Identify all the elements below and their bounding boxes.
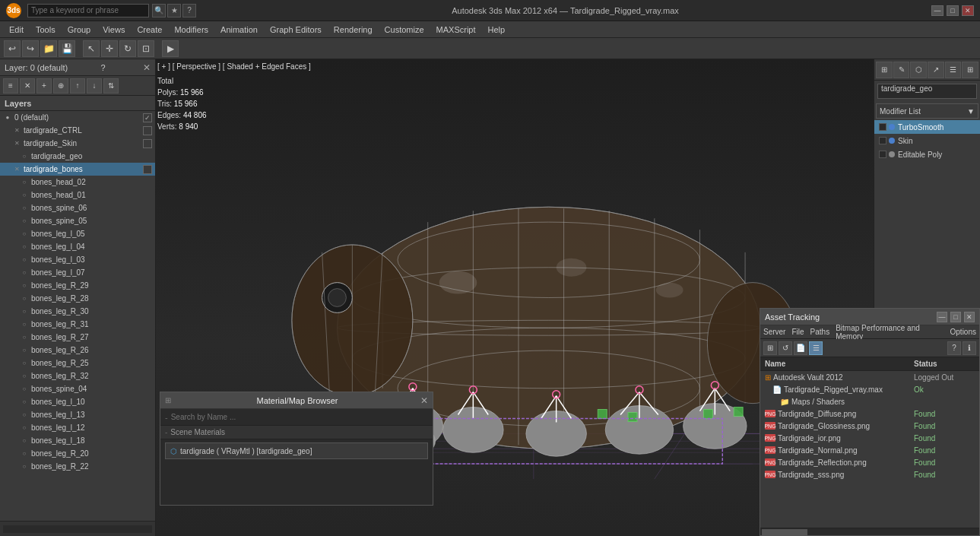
layer-item-24[interactable]: ○bones_leg_l_12 <box>0 421 155 434</box>
layer-checkbox-4[interactable] <box>143 165 152 174</box>
toolbar-btn-scale[interactable]: ⊡ <box>138 40 154 57</box>
at-menu-file[interactable]: File <box>791 328 804 336</box>
at-tool-btn1[interactable]: ⊞ <box>763 341 777 355</box>
mb-search-input[interactable] <box>171 413 428 421</box>
at-tool-btn2[interactable]: ↺ <box>779 341 792 355</box>
layers-list[interactable]: ●0 (default)✓✕tardigrade_CTRL✕tardigrade… <box>0 111 155 521</box>
layer-item-20[interactable]: ○bones_leg_R_32 <box>0 369 155 382</box>
menu-item-graph-editors[interactable]: Graph Editors <box>264 24 328 36</box>
menu-item-views[interactable]: Views <box>97 24 131 36</box>
mod-toolbar-btn5[interactable]: ☰ <box>945 62 962 78</box>
maximize-button[interactable]: □ <box>947 5 959 16</box>
layer-item-17[interactable]: ○bones_leg_R_27 <box>0 331 155 344</box>
layer-item-1[interactable]: ✕tardigrade_CTRL <box>0 124 155 137</box>
at-maximize[interactable]: □ <box>950 312 961 322</box>
mod-toolbar-btn6[interactable]: ⊞ <box>962 62 978 78</box>
object-name-field[interactable]: tardigrade_geo <box>877 84 977 99</box>
layer-item-2[interactable]: ✕tardigrade_Skin <box>0 137 155 150</box>
at-item-8[interactable]: PNGTardigrade_sss.pngFound <box>760 468 979 480</box>
at-scroll-thumb[interactable] <box>762 529 807 535</box>
toolbar-btn-open[interactable]: 📁 <box>40 40 57 57</box>
layer-item-0[interactable]: ●0 (default)✓ <box>0 111 155 124</box>
close-button[interactable]: ✕ <box>962 5 974 16</box>
layer-item-3[interactable]: ○tardigrade_geo <box>0 150 155 163</box>
layer-item-14[interactable]: ○bones_leg_R_28 <box>0 292 155 305</box>
at-item-6[interactable]: PNGTardigrade_Normal.pngFound <box>760 444 979 456</box>
at-asset-list[interactable]: ⊞Autodesk Vault 2012Logged Out📄Tardigrad… <box>760 371 979 528</box>
layers-panel-close[interactable]: ✕ <box>143 62 151 73</box>
layer-item-27[interactable]: ○bones_leg_R_22 <box>0 460 155 473</box>
at-item-2[interactable]: 📁Maps / Shaders <box>760 395 979 408</box>
layer-item-16[interactable]: ○bones_leg_R_31 <box>0 318 155 331</box>
modifier-item-1[interactable]: Skin <box>874 134 980 147</box>
help-icon[interactable]: ? <box>182 4 196 17</box>
at-help-btn[interactable]: ? <box>947 341 961 355</box>
at-menu-options[interactable]: Options <box>950 328 976 336</box>
toolbar-btn-rotate[interactable]: ↻ <box>119 40 136 57</box>
menu-item-maxscript[interactable]: MAXScript <box>430 24 482 36</box>
modifier-item-2[interactable]: Editable Poly <box>874 147 980 161</box>
toolbar-btn-save[interactable]: 💾 <box>59 40 75 57</box>
mb-close-button[interactable]: ✕ <box>420 395 428 406</box>
at-minimize[interactable]: — <box>937 312 947 322</box>
menu-item-customize[interactable]: Customize <box>379 24 430 36</box>
at-item-0[interactable]: ⊞Autodesk Vault 2012Logged Out <box>760 371 979 383</box>
menu-item-edit[interactable]: Edit <box>3 24 30 36</box>
layer-tool-add[interactable]: + <box>36 78 52 94</box>
at-item-5[interactable]: PNGTardigrade_ior.pngFound <box>760 432 979 444</box>
layers-hscrollbar[interactable] <box>3 525 152 533</box>
mod-toolbar-btn3[interactable]: ⬡ <box>910 62 927 78</box>
search-input[interactable] <box>27 4 149 17</box>
layer-item-4[interactable]: ✕tardigrade_bones <box>0 163 155 176</box>
mod-toolbar-btn2[interactable]: ✎ <box>893 62 910 78</box>
menu-item-animation[interactable]: Animation <box>214 24 264 36</box>
layer-item-7[interactable]: ○bones_spine_06 <box>0 201 155 214</box>
layer-item-26[interactable]: ○bones_leg_R_20 <box>0 447 155 460</box>
modifier-list-dropdown[interactable]: Modifier List ▼ <box>876 103 978 119</box>
at-scrollbar[interactable] <box>760 528 979 535</box>
toolbar-btn-undo[interactable]: ↩ <box>4 40 21 57</box>
layer-tool-sort[interactable]: ⇅ <box>103 78 119 94</box>
layer-tool-menu[interactable]: ≡ <box>3 78 18 94</box>
at-menu-bitmap-performance-and-memory[interactable]: Bitmap Performance and Memory <box>836 324 944 341</box>
minimize-button[interactable]: — <box>931 5 944 16</box>
at-item-4[interactable]: PNGTardigrade_Glossiness.pngFound <box>760 420 979 432</box>
at-tool-btn3[interactable]: 📄 <box>794 341 807 355</box>
at-item-3[interactable]: PNGTardigrade_Diffuse.pngFound <box>760 408 979 420</box>
mod-toolbar-btn1[interactable]: ⊞ <box>876 62 893 78</box>
bookmark-icon[interactable]: ★ <box>167 4 181 17</box>
menu-item-help[interactable]: Help <box>482 24 512 36</box>
at-close[interactable]: ✕ <box>964 312 975 322</box>
menu-item-tools[interactable]: Tools <box>30 24 62 36</box>
layer-item-12[interactable]: ○bones_leg_l_07 <box>0 266 155 279</box>
layers-panel-help[interactable]: ? <box>101 63 106 72</box>
layer-item-15[interactable]: ○bones_leg_R_30 <box>0 305 155 318</box>
layer-tool-up[interactable]: ↑ <box>70 78 85 94</box>
layer-tool-delete[interactable]: ✕ <box>20 78 35 94</box>
layer-item-6[interactable]: ○bones_head_01 <box>0 189 155 201</box>
toolbar-btn-render[interactable]: ▶ <box>162 40 179 57</box>
layer-tool-add-sel[interactable]: ⊕ <box>53 78 68 94</box>
mod-vis-2[interactable] <box>879 151 886 158</box>
layer-item-9[interactable]: ○bones_leg_l_05 <box>0 227 155 240</box>
at-menu-server[interactable]: Server <box>763 328 785 336</box>
layer-item-13[interactable]: ○bones_leg_R_29 <box>0 279 155 292</box>
layer-item-21[interactable]: ○bones_spine_04 <box>0 382 155 395</box>
layer-item-5[interactable]: ○bones_head_02 <box>0 176 155 189</box>
menu-item-rendering[interactable]: Rendering <box>328 24 379 36</box>
layer-item-8[interactable]: ○bones_spine_05 <box>0 214 155 227</box>
toolbar-btn-move[interactable]: ✛ <box>101 40 118 57</box>
mb-material-item[interactable]: ⬡ tardigrade ( VRayMtl ) [tardigrade_geo… <box>165 442 428 459</box>
layer-item-22[interactable]: ○bones_leg_l_10 <box>0 395 155 408</box>
toolbar-btn-select[interactable]: ↖ <box>83 40 100 57</box>
menu-item-create[interactable]: Create <box>131 24 168 36</box>
at-tool-btn4[interactable]: ☰ <box>809 341 823 355</box>
toolbar-btn-redo[interactable]: ↪ <box>22 40 39 57</box>
at-info-btn[interactable]: ℹ <box>963 341 976 355</box>
layer-item-11[interactable]: ○bones_leg_l_03 <box>0 253 155 266</box>
layer-checkbox-0[interactable]: ✓ <box>143 113 152 122</box>
at-item-7[interactable]: PNGTardigrade_Reflection.pngFound <box>760 456 979 468</box>
mod-vis-1[interactable] <box>879 137 886 144</box>
mod-toolbar-btn4[interactable]: ↗ <box>928 62 944 78</box>
layer-item-18[interactable]: ○bones_leg_R_26 <box>0 344 155 357</box>
